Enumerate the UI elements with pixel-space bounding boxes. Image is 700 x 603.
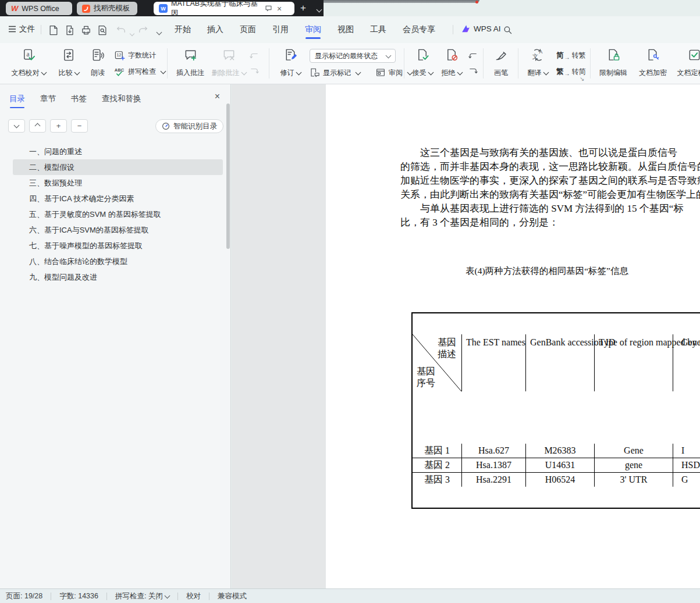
print-icon[interactable] bbox=[80, 24, 92, 36]
table-row: 基因 2 Hsa.1387 U14631 gene HSD bbox=[413, 458, 700, 472]
toc-list: 一、问题的重述二、模型假设三、数据预处理四、基于ICA 技术确定分类因素五、基于… bbox=[0, 144, 230, 285]
word-count-icon: 12 bbox=[114, 50, 125, 61]
spell-check-button[interactable]: ABC 拼写检查 bbox=[114, 66, 165, 77]
svg-text:A: A bbox=[539, 49, 542, 55]
page-indicator: 页面: 19/28 bbox=[6, 591, 42, 601]
prev-revision-icon[interactable] bbox=[468, 51, 478, 62]
menu-tab[interactable]: 开始 bbox=[175, 24, 191, 35]
accept-revision-button[interactable]: 接受 bbox=[408, 47, 436, 80]
menu-tab[interactable]: 工具 bbox=[370, 24, 386, 35]
reject-revision-button[interactable]: 拒绝 bbox=[438, 47, 466, 80]
print-preview-icon[interactable] bbox=[97, 24, 108, 36]
translate-button[interactable]: 文A 翻译 bbox=[523, 47, 553, 80]
toolbar-collapse-chevron-icon[interactable] bbox=[155, 27, 161, 38]
text-line: 与单从基因表现上进行筛选的 SVM 方法得到的 15 个基因“标 bbox=[400, 202, 700, 216]
accept-icon bbox=[416, 48, 429, 62]
toc-item[interactable]: 八、结合临床结论的数学模型 bbox=[13, 254, 223, 269]
toc-item[interactable]: 四、基于ICA 技术确定分类因素 bbox=[13, 191, 223, 206]
toc-item[interactable]: 二、模型假设 bbox=[13, 159, 223, 175]
review-pane-button[interactable]: 审阅 bbox=[375, 67, 412, 78]
insert-comment-button[interactable]: 插入批注 bbox=[172, 47, 208, 80]
group-expander-icon[interactable]: ↘ bbox=[580, 76, 584, 82]
table-caption: 表(4)两种方法获得的相同基因“标签”信息 bbox=[384, 265, 700, 277]
save-icon[interactable] bbox=[48, 24, 59, 36]
text-line: 这三个基因是与致病有关的基因族、也可以说是蛋白质信号 bbox=[400, 146, 700, 160]
divider bbox=[518, 48, 518, 79]
sidebar-tab[interactable]: 书签 bbox=[71, 94, 87, 104]
redo-icon bbox=[137, 24, 149, 36]
menu-tab[interactable]: 插入 bbox=[207, 24, 223, 35]
simplified-to-traditional-button[interactable]: 简→ 转繁 bbox=[556, 51, 586, 60]
proofread-button[interactable]: 校对 bbox=[186, 591, 201, 601]
word-count-status[interactable]: 字数: 14336 bbox=[59, 591, 98, 601]
menu-tab[interactable]: 会员专享 bbox=[403, 24, 435, 35]
tab-comment-icon[interactable] bbox=[265, 5, 272, 12]
expand-all-button[interactable] bbox=[29, 119, 46, 133]
smart-toc-button[interactable]: 智能识别目录 bbox=[155, 119, 223, 133]
paragraph: 这三个基因是与致病有关的基因族、也可以说是蛋白质信号的筛选，而并非基因本身的表现… bbox=[400, 119, 700, 230]
toc-item[interactable]: 七、基于噪声模型的基因标签提取 bbox=[13, 238, 223, 254]
doc-proofing-button[interactable]: a 文档校对 bbox=[7, 47, 50, 80]
menu-tab[interactable]: 审阅 bbox=[305, 24, 321, 35]
tab-document-active[interactable]: W MATLAB实现基于临床与基因 × bbox=[154, 2, 294, 15]
finalize-document-button[interactable]: 文档定稿 bbox=[674, 47, 700, 80]
menu-tab[interactable]: 视图 bbox=[337, 24, 354, 35]
document-page[interactable]: 这三个基因是与致病有关的基因族、也可以说是蛋白质信号的筛选，而并非基因本身的表现… bbox=[326, 84, 700, 588]
tab-docer-templates[interactable]: 找稻壳模板 bbox=[77, 2, 137, 15]
zoom-in-outline-button[interactable]: + bbox=[50, 119, 67, 133]
divider bbox=[590, 48, 591, 79]
show-markup-button[interactable]: 显示标记 bbox=[310, 67, 360, 78]
compare-button[interactable]: 比较 bbox=[54, 47, 84, 80]
encrypt-document-button[interactable]: 文档加密 bbox=[634, 47, 671, 80]
table-header-cell: The EST names bbox=[461, 334, 525, 391]
tab-list-chevron-icon[interactable] bbox=[315, 4, 321, 16]
gene-table: 基因描述 基因序号 The EST names GenBank accessio… bbox=[411, 312, 700, 509]
toc-item[interactable]: 三、数据预处理 bbox=[13, 175, 223, 191]
toc-sidebar: 目录章节书签查找和替换 × + − 智能识别目录 一、问题的重述二、模型假设三、… bbox=[0, 84, 231, 588]
file-menu-button[interactable]: 文件 bbox=[8, 24, 35, 34]
markup-state-dropdown[interactable]: 显示标记的最终状态 bbox=[310, 49, 396, 63]
restrict-editing-button[interactable]: 限制编辑 bbox=[595, 47, 632, 80]
tab-label: 找稻壳模板 bbox=[94, 3, 130, 13]
table-header-cell: Type of region mapped by the EST (3'UTR … bbox=[594, 334, 673, 391]
table-cell: G bbox=[673, 473, 700, 487]
table-cell: 基因 2 bbox=[413, 458, 461, 472]
insert-comment-icon bbox=[184, 48, 197, 62]
wps-ai-button[interactable]: WPS AI bbox=[461, 24, 501, 34]
collapse-all-button[interactable] bbox=[8, 119, 25, 133]
notification-red-dot bbox=[475, 1, 478, 3]
table-cell: 基因 3 bbox=[413, 473, 461, 487]
docer-icon bbox=[82, 5, 90, 13]
show-markup-icon bbox=[310, 67, 320, 78]
divider bbox=[453, 25, 453, 34]
zoom-out-outline-button[interactable]: − bbox=[71, 119, 88, 133]
table-cell: 基因 1 bbox=[413, 444, 461, 458]
toc-item[interactable]: 五、基于灵敏度的SVM 的基因标签提取 bbox=[13, 206, 223, 222]
menu-tab[interactable]: 页面 bbox=[240, 24, 256, 35]
paragraph: 这说明无论是从蛋白质信号或者基因簇的角度出发还是从基因角度出发，这 3 个基因都… bbox=[400, 561, 700, 588]
menu-tab[interactable]: 引用 bbox=[272, 24, 289, 35]
tab-close-icon[interactable]: × bbox=[277, 5, 282, 13]
new-tab-button[interactable]: + bbox=[300, 2, 306, 14]
spellcheck-status[interactable]: 拼写检查: 关闭 bbox=[115, 591, 169, 601]
track-changes-button[interactable]: 修订 bbox=[276, 47, 305, 80]
word-count-button[interactable]: 12 字数统计 bbox=[114, 50, 156, 61]
sidebar-scrollbar-thumb[interactable] bbox=[226, 104, 230, 249]
toc-item[interactable]: 九、模型问题及改进 bbox=[13, 269, 223, 285]
sidebar-tab[interactable]: 目录 bbox=[9, 94, 25, 104]
read-aloud-button[interactable]: 朗读 bbox=[86, 47, 109, 80]
search-icon[interactable] bbox=[503, 25, 513, 35]
sidebar-tab[interactable]: 查找和替换 bbox=[102, 94, 141, 104]
divider bbox=[167, 48, 168, 79]
tab-wps-office[interactable]: W WPS Office bbox=[6, 2, 72, 15]
sidebar-close-icon[interactable]: × bbox=[215, 91, 220, 102]
toc-item[interactable]: 一、问题的重述 bbox=[13, 144, 223, 159]
table-header-row: 基因描述 基因序号 The EST names GenBank accessio… bbox=[413, 334, 700, 391]
export-pdf-icon[interactable] bbox=[64, 24, 76, 36]
divider bbox=[106, 593, 107, 600]
next-revision-icon[interactable] bbox=[468, 66, 478, 77]
sidebar-tab[interactable]: 章节 bbox=[40, 94, 56, 104]
table-corner-cell: 基因描述 基因序号 bbox=[413, 334, 461, 391]
pen-button[interactable]: 画笔 bbox=[488, 47, 514, 80]
toc-item[interactable]: 六、基于ICA与SVM的基因标签提取 bbox=[13, 222, 223, 238]
